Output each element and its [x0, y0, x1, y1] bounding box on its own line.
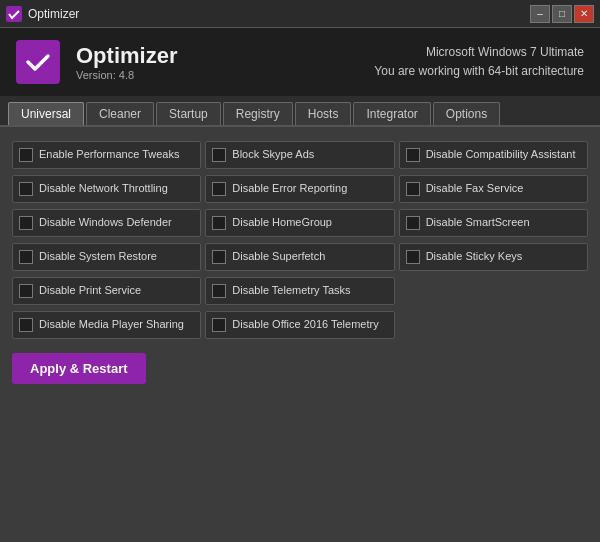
tab-universal[interactable]: Universal [8, 102, 84, 125]
checkbox-smartscreen-box[interactable] [406, 216, 420, 230]
checkbox-homegroup-label: Disable HomeGroup [232, 216, 332, 229]
checkbox-media-share-label: Disable Media Player Sharing [39, 318, 184, 331]
checkbox-print-svc-box[interactable] [19, 284, 33, 298]
logo-checkmark-icon [24, 48, 52, 76]
checkbox-homegroup[interactable]: Disable HomeGroup [205, 209, 394, 237]
apply-restart-button[interactable]: Apply & Restart [12, 353, 146, 384]
checkbox-print-svc[interactable]: Disable Print Service [12, 277, 201, 305]
app-version: Version: 4.8 [76, 69, 177, 81]
checkbox-media-share[interactable]: Disable Media Player Sharing [12, 311, 201, 339]
title-bar-controls[interactable]: – □ ✕ [530, 5, 594, 23]
checkbox-network-throttle[interactable]: Disable Network Throttling [12, 175, 201, 203]
checkbox-smartscreen-label: Disable SmartScreen [426, 216, 530, 229]
checkbox-sys-restore[interactable]: Disable System Restore [12, 243, 201, 271]
checkbox-compat-assist-label: Disable Compatibility Assistant [426, 148, 576, 161]
app-name: Optimizer [76, 43, 177, 69]
checkbox-fax-svc-box[interactable] [406, 182, 420, 196]
checkbox-compat-assist-box[interactable] [406, 148, 420, 162]
checkbox-win-defender-label: Disable Windows Defender [39, 216, 172, 229]
title-bar-title: Optimizer [28, 7, 79, 21]
checkbox-telemetry[interactable]: Disable Telemetry Tasks [205, 277, 394, 305]
checkbox-office-tel-box[interactable] [212, 318, 226, 332]
title-bar-left: Optimizer [6, 6, 79, 22]
checkbox-perf-tweaks-box[interactable] [19, 148, 33, 162]
checkbox-superfetch-box[interactable] [212, 250, 226, 264]
app-icon [6, 6, 22, 22]
checkbox-homegroup-box[interactable] [212, 216, 226, 230]
empty-cell-1 [399, 277, 588, 305]
checkbox-sticky-keys-label: Disable Sticky Keys [426, 250, 523, 263]
checkbox-office-tel-label: Disable Office 2016 Telemetry [232, 318, 378, 331]
checkbox-perf-tweaks[interactable]: Enable Performance Tweaks [12, 141, 201, 169]
tab-registry[interactable]: Registry [223, 102, 293, 125]
header-info: Microsoft Windows 7 Ultimate You are wor… [374, 43, 584, 81]
checkbox-err-report-label: Disable Error Reporting [232, 182, 347, 195]
tab-options[interactable]: Options [433, 102, 500, 125]
minimize-button[interactable]: – [530, 5, 550, 23]
close-button[interactable]: ✕ [574, 5, 594, 23]
checkbox-err-report[interactable]: Disable Error Reporting [205, 175, 394, 203]
checkbox-perf-tweaks-label: Enable Performance Tweaks [39, 148, 179, 161]
checkbox-office-tel[interactable]: Disable Office 2016 Telemetry [205, 311, 394, 339]
checkbox-superfetch-label: Disable Superfetch [232, 250, 325, 263]
checkbox-win-defender-box[interactable] [19, 216, 33, 230]
checkbox-print-svc-label: Disable Print Service [39, 284, 141, 297]
checkbox-err-report-box[interactable] [212, 182, 226, 196]
main-content: Enable Performance Tweaks Block Skype Ad… [0, 127, 600, 398]
checkbox-smartscreen[interactable]: Disable SmartScreen [399, 209, 588, 237]
tab-bar: Universal Cleaner Startup Registry Hosts… [0, 96, 600, 127]
checkbox-network-throttle-box[interactable] [19, 182, 33, 196]
checkbox-sticky-keys-box[interactable] [406, 250, 420, 264]
header-text: Optimizer Version: 4.8 [76, 43, 177, 81]
checkbox-sys-restore-label: Disable System Restore [39, 250, 157, 263]
checkbox-superfetch[interactable]: Disable Superfetch [205, 243, 394, 271]
checkbox-block-skype-box[interactable] [212, 148, 226, 162]
checkbox-media-share-box[interactable] [19, 318, 33, 332]
checkbox-sys-restore-box[interactable] [19, 250, 33, 264]
checkbox-compat-assist[interactable]: Disable Compatibility Assistant [399, 141, 588, 169]
checkbox-telemetry-label: Disable Telemetry Tasks [232, 284, 350, 297]
app-logo [16, 40, 60, 84]
tab-hosts[interactable]: Hosts [295, 102, 352, 125]
empty-cell-2 [399, 311, 588, 339]
checkbox-win-defender[interactable]: Disable Windows Defender [12, 209, 201, 237]
checkbox-fax-svc[interactable]: Disable Fax Service [399, 175, 588, 203]
tab-startup[interactable]: Startup [156, 102, 221, 125]
checkbox-grid: Enable Performance Tweaks Block Skype Ad… [12, 141, 588, 339]
svg-rect-0 [6, 6, 22, 22]
checkbox-block-skype-label: Block Skype Ads [232, 148, 314, 161]
os-info: Microsoft Windows 7 Ultimate [374, 43, 584, 62]
tab-integrator[interactable]: Integrator [353, 102, 430, 125]
title-bar: Optimizer – □ ✕ [0, 0, 600, 28]
app-header: Optimizer Version: 4.8 Microsoft Windows… [0, 28, 600, 96]
checkbox-telemetry-box[interactable] [212, 284, 226, 298]
checkbox-network-throttle-label: Disable Network Throttling [39, 182, 168, 195]
checkbox-block-skype[interactable]: Block Skype Ads [205, 141, 394, 169]
maximize-button[interactable]: □ [552, 5, 572, 23]
tab-cleaner[interactable]: Cleaner [86, 102, 154, 125]
checkbox-fax-svc-label: Disable Fax Service [426, 182, 524, 195]
arch-info: You are working with 64-bit architecture [374, 62, 584, 81]
checkbox-sticky-keys[interactable]: Disable Sticky Keys [399, 243, 588, 271]
